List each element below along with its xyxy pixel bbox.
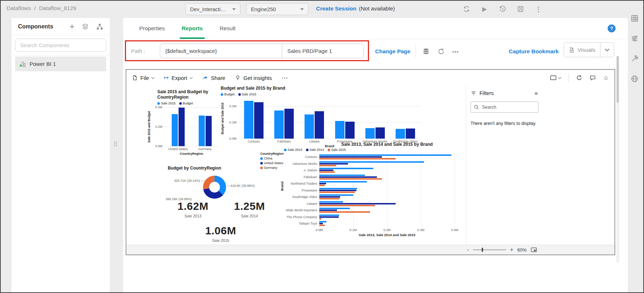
kpi-label: Sale 2015 <box>195 238 246 243</box>
star-icon: ☆ <box>603 75 609 81</box>
pbi-get-insights-button[interactable]: Get insights <box>235 75 272 81</box>
main-scrollbar[interactable] <box>616 55 619 263</box>
more-report-options-button[interactable]: ••• <box>452 49 459 55</box>
bar <box>319 221 326 222</box>
bar-cluster <box>319 175 382 180</box>
component-item-powerbi[interactable]: Power BI 1 <box>15 57 106 71</box>
funnel-icon <box>471 91 476 96</box>
create-session-link[interactable]: Create Session <box>316 5 356 12</box>
pbi-refresh-button[interactable] <box>576 75 582 81</box>
pbi-more-button[interactable]: ⋯ <box>282 74 288 82</box>
zoom-in-button[interactable]: + <box>510 247 513 253</box>
engine-dropdown[interactable]: Engine250 <box>246 3 309 15</box>
y-category-label: Northwind Traders <box>285 182 317 185</box>
rail-sliders-button[interactable] <box>631 35 639 42</box>
run-button[interactable]: ▶ <box>481 5 488 13</box>
visuals-label: Visuals <box>577 47 595 53</box>
zoom-level: 60% <box>517 247 527 253</box>
visuals-split-button: Visuals <box>564 42 614 57</box>
legend-item: Sale 2015 <box>238 93 257 96</box>
collapse-panel-button[interactable]: » <box>535 90 538 96</box>
breadcrumb-root-link[interactable]: Dataflows <box>6 5 31 12</box>
bar <box>319 194 353 196</box>
fit-to-screen-button[interactable] <box>531 247 537 252</box>
divider <box>568 74 569 82</box>
rail-grid-button[interactable] <box>631 14 639 22</box>
refresh-button[interactable] <box>463 5 470 13</box>
sitemap-icon <box>96 23 103 30</box>
visuals-button[interactable]: Visuals <box>564 47 600 53</box>
workspace-input[interactable] <box>160 44 282 58</box>
pbi-file-menu[interactable]: File <box>132 75 154 81</box>
change-page-link[interactable]: Change Page <box>375 48 410 55</box>
legend-label: Budget <box>224 93 235 96</box>
path-label: Path : <box>131 48 160 54</box>
x-tick-label: 0.3M <box>417 228 424 232</box>
x-tick-label: 0.1M <box>350 228 357 232</box>
panel-resize-handle[interactable] <box>114 141 117 146</box>
share-icon <box>202 75 208 81</box>
environment-dropdown[interactable]: Dev_interacti… <box>185 3 240 15</box>
pbi-comments-button[interactable] <box>590 75 596 81</box>
pbi-favorite-button[interactable]: ☆ <box>603 75 609 81</box>
legend-dot <box>221 93 223 96</box>
pbi-share-button[interactable]: Share <box>202 75 225 81</box>
legend-dot <box>328 149 330 151</box>
save-icon <box>517 5 524 13</box>
refresh-report-button[interactable] <box>438 48 445 55</box>
layers-icon <box>82 23 89 30</box>
dataset-button[interactable] <box>423 48 429 55</box>
x-axis-title: Sale 2013, Sale 2014 and Sale 2015 <box>319 233 455 237</box>
components-panel: Components + Power BI 1 <box>12 18 110 292</box>
chart-budget-sale2015-by-brand: Budget and Sale 2015 by Brand BudgetSale… <box>221 86 446 148</box>
tab-result[interactable]: Result <box>220 18 235 39</box>
report-page-input[interactable] <box>282 44 364 58</box>
environment-dropdown-value: Dev_interacti… <box>190 6 226 12</box>
bar-row: Southridge Video <box>280 194 468 200</box>
more-options-button[interactable]: ⋮ <box>535 5 542 13</box>
hierarchy-button[interactable] <box>96 23 103 30</box>
bar <box>319 208 350 209</box>
bar-cluster <box>319 221 326 226</box>
bar <box>365 128 375 139</box>
bar <box>319 168 373 169</box>
donut-hole <box>209 182 220 193</box>
y-category-label: The Phone Company <box>285 215 317 219</box>
pbi-export-menu[interactable]: ↦ Export <box>164 75 192 81</box>
rail-tools-button[interactable] <box>631 55 639 63</box>
legend-dot <box>157 102 160 105</box>
bar <box>319 161 424 163</box>
save-button[interactable] <box>517 5 524 13</box>
rail-globe-button[interactable] <box>631 75 639 83</box>
tab-properties[interactable]: Properties <box>139 18 165 39</box>
legend-dot <box>284 149 287 151</box>
legend-label: Germany <box>264 166 277 170</box>
add-component-button[interactable]: + <box>69 23 75 30</box>
zoom-slider[interactable] <box>473 249 506 250</box>
y-category-label: Contoso <box>285 155 317 159</box>
zoom-slider-handle[interactable] <box>482 248 483 252</box>
file-icon <box>132 75 138 81</box>
kpi-card-sale-2013: 1.62M Sale 2013 <box>168 200 218 218</box>
bar <box>244 101 253 139</box>
visuals-dropdown-button[interactable] <box>600 43 614 57</box>
capture-bookmark-link[interactable]: Capture Bookmark <box>509 48 559 55</box>
grid-icon <box>631 14 639 22</box>
components-search-input[interactable] <box>15 39 106 52</box>
y-tick-label: 0.2M <box>229 104 237 108</box>
zoom-out-button[interactable]: - <box>467 247 469 253</box>
help-button[interactable]: ? <box>608 24 616 32</box>
layers-button[interactable] <box>82 23 89 30</box>
leader-line <box>201 181 204 181</box>
toolbar-divider <box>415 45 416 58</box>
tab-reports[interactable]: Reports <box>182 18 203 39</box>
pbi-view-mode-button[interactable] <box>550 75 561 80</box>
filters-search-input[interactable] <box>470 102 539 113</box>
bar <box>254 102 264 139</box>
plus-icon: + <box>69 23 75 30</box>
x-tick-label: 0.4M <box>451 228 458 232</box>
scrollbar-thumb[interactable] <box>617 56 619 103</box>
plot-area <box>239 98 420 139</box>
legend-dot <box>260 167 263 169</box>
history-button[interactable] <box>499 5 506 13</box>
